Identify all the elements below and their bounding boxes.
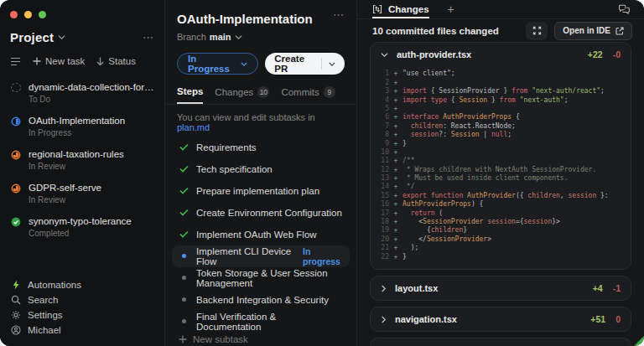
plan-md-link[interactable]: plan.md xyxy=(177,122,210,132)
create-pr-button[interactable]: Create PR xyxy=(265,53,345,75)
file-header[interactable]: layout.tsx +4 -1 xyxy=(371,276,631,300)
task-menu-button[interactable]: ⋯ xyxy=(333,12,345,18)
code-token: SessionProvider xyxy=(423,218,483,225)
new-subtask-button[interactable]: New subtask xyxy=(177,333,345,346)
screenshot-stage: Project ⋯ New task Status dyn xyxy=(0,0,644,346)
diff-sign: + xyxy=(389,166,402,174)
in-review-status-icon xyxy=(11,183,21,194)
button-divider xyxy=(321,58,322,70)
chevron-right-icon xyxy=(381,285,387,292)
file-header[interactable]: auth-provider.tsx +22 -0 xyxy=(371,43,631,66)
new-tab-button[interactable]: + xyxy=(448,3,454,16)
in-review-status-icon xyxy=(11,150,21,160)
step-item[interactable]: Backend Integration & Security xyxy=(172,289,350,311)
diff-sign: + xyxy=(389,113,402,121)
chevron-down-icon xyxy=(329,61,335,67)
diff-sign: + xyxy=(389,209,402,218)
step-item[interactable]: Create Environment Configuration xyxy=(172,202,350,224)
task-item[interactable]: regional-taxation-rulesIn Review xyxy=(0,143,164,177)
status-sort-button[interactable]: Status xyxy=(96,56,136,66)
code-token: ; xyxy=(507,131,512,138)
step-item[interactable]: Implement CLI Device FlowIn progress xyxy=(172,245,350,267)
plus-icon xyxy=(179,335,187,343)
branch-name: main xyxy=(210,32,231,42)
code-token: < xyxy=(402,218,423,225)
code-line: 2+ xyxy=(376,79,624,87)
sidebar-item-search[interactable]: Search xyxy=(10,292,154,307)
task-item[interactable]: OAuth-ImplementationIn Progress xyxy=(0,110,164,143)
sidebar-item-michael[interactable]: Michael xyxy=(10,323,154,338)
step-item[interactable]: Requirements xyxy=(172,137,350,158)
tab-changes[interactable]: Changes10 xyxy=(215,86,269,104)
line-number: 8 xyxy=(376,131,389,139)
task-item[interactable]: synonym-typo-toleranceCompleted xyxy=(0,210,164,244)
code-line: 22+} xyxy=(376,253,624,261)
new-task-button[interactable]: New task xyxy=(33,56,85,66)
check-icon xyxy=(179,230,189,238)
subtasks-hint: You can view and edit subtasks in plan.m… xyxy=(177,112,345,132)
task-item-title: regional-taxation-rules xyxy=(29,149,124,159)
code-token xyxy=(402,131,411,138)
code-token: ); xyxy=(402,244,418,251)
step-label: Implement OAuth Web Flow xyxy=(196,230,317,240)
branch-row[interactable]: Branch main xyxy=(177,32,345,42)
search-icon xyxy=(10,295,21,305)
comments-icon[interactable] xyxy=(618,4,631,15)
chevron-down-icon[interactable] xyxy=(58,34,65,40)
code-token: AuthProviderProps xyxy=(443,113,512,121)
code-line: 16+AuthProviderProps) { xyxy=(376,200,624,209)
additions-count: +22 xyxy=(588,49,603,59)
code-text: "use client"; xyxy=(402,70,455,78)
line-number: 17 xyxy=(376,209,389,218)
dot-icon xyxy=(179,319,189,323)
sidebar-item-settings[interactable]: Settings xyxy=(10,307,154,323)
line-number: 18 xyxy=(376,218,389,226)
diff-sign: + xyxy=(389,87,402,96)
code-text: </SessionProvider> xyxy=(402,235,491,244)
project-title[interactable]: Project xyxy=(10,30,54,44)
diff-sign: + xyxy=(389,105,402,113)
file-name: layout.tsx xyxy=(395,283,438,293)
sidebar-item-automations[interactable]: Automations xyxy=(10,277,154,292)
view-list-button[interactable] xyxy=(10,57,21,66)
chevron-down-icon xyxy=(235,34,242,40)
task-item-status: In Progress xyxy=(29,128,125,137)
diff-scroll-area[interactable]: auth-provider.tsx +22 -0 1+"use client";… xyxy=(357,42,644,346)
code-diff-block: 1+"use client";2+3+import { SessionProvi… xyxy=(371,66,631,269)
code-token: "next-auth" xyxy=(516,96,564,104)
step-item[interactable]: Final Verification & Documentation xyxy=(172,311,350,333)
code-token: session xyxy=(487,218,516,225)
step-label: Final Verification & Documentation xyxy=(196,312,343,332)
gear-icon xyxy=(10,310,21,320)
code-text: import type { Session } from "next-auth"… xyxy=(402,96,569,105)
line-number: 16 xyxy=(376,200,389,209)
step-label: Requirements xyxy=(196,142,257,152)
task-item-title: dynamic-data-collection-for… xyxy=(29,82,154,92)
code-token xyxy=(402,209,411,217)
code-token: children xyxy=(527,192,560,199)
code-token: SessionProvider xyxy=(427,235,487,243)
project-menu-button[interactable]: ⋯ xyxy=(143,34,154,41)
file-card-partial[interactable] xyxy=(370,338,631,346)
step-item[interactable]: Prepare implementation plan xyxy=(172,180,350,202)
file-header[interactable]: navigation.tsx +51 0 xyxy=(371,307,631,331)
minimize-window-button[interactable] xyxy=(24,11,32,18)
task-item-status: Completed xyxy=(29,229,132,238)
task-item[interactable]: GDPR-self-serveIn Review xyxy=(0,177,164,210)
expand-button[interactable] xyxy=(526,22,548,40)
task-item[interactable]: dynamic-data-collection-for…To Do xyxy=(0,76,164,110)
open-in-ide-button[interactable]: Open in IDE xyxy=(554,22,632,40)
close-window-button[interactable] xyxy=(10,11,18,18)
tab-steps[interactable]: Steps xyxy=(177,86,203,104)
code-token: }: xyxy=(596,192,608,199)
step-item[interactable]: Token Storage & User Session Management xyxy=(172,267,350,289)
status-dropdown-button[interactable]: In Progress xyxy=(177,53,258,75)
step-item[interactable]: Tech specification xyxy=(172,158,350,180)
diff-sign: + xyxy=(389,244,402,252)
step-item[interactable]: Implement OAuth Web Flow xyxy=(172,224,350,245)
tab-commits[interactable]: Commits9 xyxy=(281,86,335,104)
tab-changes-active[interactable]: Changes xyxy=(372,0,429,18)
zoom-window-button[interactable] xyxy=(39,11,46,18)
code-token: } xyxy=(402,253,407,261)
code-token: from xyxy=(512,87,527,95)
